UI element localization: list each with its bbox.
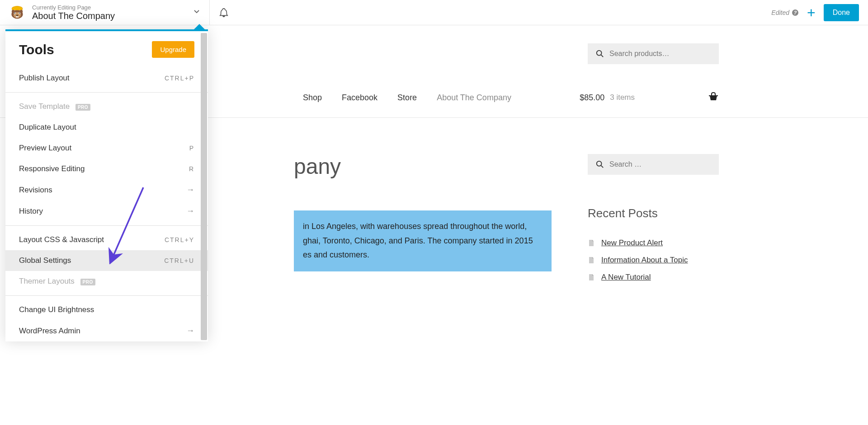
svg-point-5 [19, 12, 20, 13]
help-icon[interactable]: ? [792, 9, 799, 16]
svg-rect-7 [16, 16, 17, 18]
nav-link-about[interactable]: About The Company [437, 93, 511, 103]
tools-item-history[interactable]: History → [5, 201, 208, 222]
upgrade-button[interactable]: Upgrade [152, 41, 194, 58]
svg-point-16 [597, 161, 602, 166]
page-selector-dropdown[interactable]: Currently Editing Page About The Company [0, 0, 210, 25]
nav-link-store[interactable]: Store [397, 93, 417, 103]
divider [5, 295, 208, 296]
pro-badge: PRO [80, 279, 95, 285]
search-icon [596, 50, 604, 58]
editing-page-title: About The Company [32, 11, 193, 21]
tools-item-publish-layout[interactable]: Publish Layout CTRL+P [5, 68, 208, 89]
list-item: A New Tutorial [588, 273, 719, 282]
tools-item-preview-layout[interactable]: Preview Layout P [5, 138, 208, 159]
svg-point-9 [12, 9, 14, 13]
recent-posts-heading: Recent Posts [588, 206, 719, 220]
shortcut-label: CTRL+Y [165, 236, 194, 243]
tools-dropdown-panel: Tools Upgrade Publish Layout CTRL+P Save… [5, 29, 208, 341]
shortcut-label: R [189, 165, 194, 173]
arrow-right-icon: → [186, 206, 194, 216]
editing-label: Currently Editing Page [32, 4, 193, 11]
bell-icon [219, 8, 229, 18]
tools-item-responsive-editing[interactable]: Responsive Editing R [5, 159, 208, 179]
cart-items-count: 3 items [610, 93, 635, 102]
divider [5, 92, 208, 93]
tools-item-revisions[interactable]: Revisions → [5, 179, 208, 201]
list-item: Information About a Topic [588, 256, 719, 265]
tools-item-global-settings[interactable]: Global Settings CTRL+U [5, 250, 208, 271]
arrow-right-icon: → [186, 185, 194, 195]
products-search-box[interactable] [588, 43, 719, 64]
recent-posts-list: New Product Alert Information About a To… [588, 238, 719, 282]
add-content-button[interactable]: + [807, 5, 816, 20]
shortcut-label: CTRL+U [164, 257, 194, 264]
list-item: New Product Alert [588, 238, 719, 248]
chevron-down-icon [193, 8, 200, 17]
arrow-right-icon: → [186, 326, 194, 336]
nav-link-facebook[interactable]: Facebook [342, 93, 377, 103]
svg-point-10 [20, 9, 23, 13]
basket-icon [708, 91, 719, 102]
svg-line-17 [601, 166, 604, 168]
products-search-input[interactable] [609, 50, 711, 58]
beaver-logo-icon [9, 5, 25, 21]
svg-point-4 [14, 12, 15, 13]
primary-nav: Shop Facebook Store About The Company [303, 93, 511, 103]
document-icon [588, 239, 595, 247]
svg-point-14 [597, 51, 602, 56]
svg-rect-8 [17, 16, 18, 18]
nav-link-shop[interactable]: Shop [303, 93, 322, 103]
document-icon [588, 257, 595, 264]
dropdown-scrollbar[interactable] [201, 33, 207, 340]
edited-indicator: Edited ? [771, 9, 799, 16]
cart-summary[interactable]: $85.00 3 items [580, 91, 719, 104]
tools-panel-title: Tools [19, 42, 54, 57]
tools-item-layout-css-js[interactable]: Layout CSS & Javascript CTRL+Y [5, 229, 208, 250]
done-button[interactable]: Done [824, 4, 859, 21]
tools-item-themer-layouts: Themer Layouts PRO [5, 271, 208, 292]
pro-badge: PRO [75, 104, 90, 111]
svg-text:?: ? [794, 10, 797, 15]
tools-item-duplicate-layout[interactable]: Duplicate Layout [5, 117, 208, 138]
document-icon [588, 274, 595, 281]
content-text-block[interactable]: in Los Angeles, with warehouses spread t… [294, 210, 552, 271]
divider [5, 225, 208, 226]
page-heading: pany [294, 154, 552, 179]
tools-item-change-ui-brightness[interactable]: Change UI Brightness [5, 299, 208, 320]
post-link[interactable]: A New Tutorial [601, 273, 651, 282]
post-link[interactable]: Information About a Topic [601, 256, 688, 265]
shortcut-label: P [189, 145, 194, 152]
post-link[interactable]: New Product Alert [601, 238, 663, 248]
top-toolbar: Currently Editing Page About The Company… [0, 0, 868, 25]
cart-price: $85.00 [580, 93, 604, 103]
sidebar-search-box[interactable] [588, 154, 719, 175]
sidebar-search-input[interactable] [609, 160, 711, 168]
tools-item-save-template: Save Template PRO [5, 96, 208, 117]
tools-item-wordpress-admin[interactable]: WordPress Admin → [5, 320, 208, 341]
svg-line-15 [601, 55, 604, 57]
search-icon [596, 160, 604, 168]
shortcut-label: CTRL+P [165, 75, 194, 82]
notifications-button[interactable] [210, 0, 238, 25]
